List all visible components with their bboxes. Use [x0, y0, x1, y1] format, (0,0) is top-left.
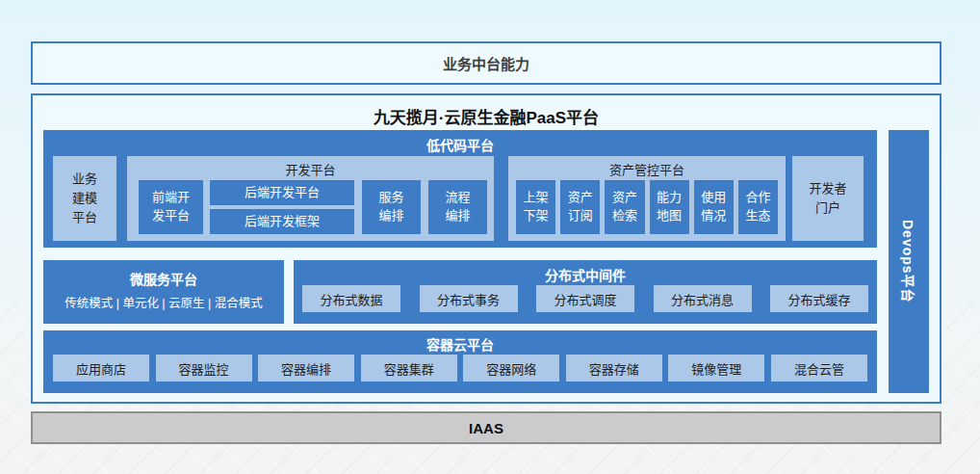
asset-item-subscription: 资产 订阅 [560, 180, 600, 234]
asset-items-row: 上架 下架 资产 订阅 资产 检索 能力 地图 [516, 180, 778, 234]
middleware-title: 分布式中间件 [294, 260, 877, 284]
asset-item-capability-map: 能力 地图 [650, 180, 689, 234]
container-item-appstore: 应用商店 [53, 355, 149, 382]
service-orch-line: 服务 [378, 189, 403, 207]
asset-item-line: 地图 [657, 207, 682, 225]
asset-item-search: 资产 检索 [605, 180, 644, 234]
developer-portal-line: 开发者 [809, 179, 846, 198]
middleware-item-cache: 分布式缓存 [770, 285, 868, 312]
microservice-title: 微服务平台 [43, 260, 284, 288]
dev-platform-title: 开发平台 [127, 156, 494, 178]
middleware-item-message: 分布式消息 [654, 285, 752, 312]
lowcode-title: 低代码平台 [43, 130, 877, 154]
dev-platform-group: 开发平台 前端开 发平台 后端开发平台 后端开发框架 服务 编排 流程 编排 [127, 156, 494, 241]
business-modeling-line: 平台 [72, 208, 97, 227]
asset-item-line: 上架 [524, 189, 549, 207]
container-cloud-title: 容器云平台 [43, 330, 877, 354]
container-items-row: 应用商店 容器监控 容器编排 容器集群 容器网络 容器存储 镜像管理 混合云管 [53, 355, 867, 382]
asset-item-line: 资产 [612, 189, 637, 207]
developer-portal-line: 门户 [815, 198, 840, 218]
microservice-platform-section: 微服务平台 传统模式 | 单元化 | 云原生 | 混合模式 [43, 260, 284, 324]
middleware-section: 分布式中间件 分布式数据 分布式事务 分布式调度 分布式消息 分布式缓存 [294, 260, 877, 324]
asset-item-line: 订阅 [568, 207, 593, 225]
business-modeling-block: 业务 建模 平台 [53, 156, 116, 241]
asset-item-line: 下架 [524, 207, 549, 225]
frontend-dev-block: 前端开 发平台 [139, 180, 203, 234]
asset-item-line: 检索 [612, 207, 637, 225]
asset-item-listing: 上架 下架 [516, 180, 555, 234]
asset-item-line: 生态 [745, 207, 770, 225]
backend-platform-block: 后端开发平台 [210, 180, 354, 205]
container-item-image-mgmt: 镜像管理 [668, 355, 764, 382]
frontend-line: 发平台 [152, 207, 190, 225]
process-orch-line: 流程 [445, 189, 470, 207]
asset-item-line: 情况 [701, 207, 726, 225]
asset-item-ecosystem: 合作 生态 [738, 180, 778, 234]
iaas-bar: IAAS [31, 411, 941, 444]
middleware-item-scheduling: 分布式调度 [536, 285, 634, 312]
asset-control-group: 资产管控平台 上架 下架 资产 订阅 资产 检索 能力 [508, 156, 786, 241]
asset-item-line: 能力 [657, 189, 682, 207]
service-orch-line: 编排 [378, 207, 403, 225]
asset-item-line: 合作 [745, 189, 770, 207]
middleware-items-row: 分布式数据 分布式事务 分布式调度 分布式消息 分布式缓存 [302, 285, 868, 312]
developer-portal-block: 开发者 门户 [792, 156, 864, 241]
middleware-item-data: 分布式数据 [302, 285, 400, 312]
devops-platform-bar: Devops平台 [889, 130, 929, 393]
container-item-cluster: 容器集群 [361, 355, 457, 382]
frontend-line: 前端开 [152, 189, 190, 207]
container-item-orchestration: 容器编排 [258, 355, 354, 382]
microservice-modes: 传统模式 | 单元化 | 云原生 | 混合模式 [43, 293, 284, 311]
business-modeling-line: 建模 [72, 189, 97, 208]
asset-item-usage: 使用 情况 [694, 180, 734, 234]
asset-control-title: 资产管控平台 [508, 156, 786, 178]
backend-framework-block: 后端开发框架 [210, 209, 354, 234]
container-item-storage: 容器存储 [566, 355, 662, 382]
process-orchestration-block: 流程 编排 [428, 180, 487, 234]
paas-platform-panel: 九天揽月·云原生金融PaaS平台 低代码平台 业务 建模 平台 开发平台 前端开… [31, 93, 941, 404]
banner-label: 业务中台能力 [443, 53, 529, 73]
business-middle-platform-banner: 业务中台能力 [31, 41, 941, 85]
asset-item-line: 资产 [568, 189, 593, 207]
service-orchestration-block: 服务 编排 [362, 180, 421, 234]
architecture-diagram: 业务中台能力 九天揽月·云原生金融PaaS平台 低代码平台 业务 建模 平台 开… [0, 0, 980, 474]
container-item-monitoring: 容器监控 [156, 355, 252, 382]
business-modeling-line: 业务 [72, 170, 97, 189]
iaas-label: IAAS [469, 420, 503, 436]
platform-title: 九天揽月·云原生金融PaaS平台 [33, 95, 940, 128]
process-orch-line: 编排 [445, 207, 470, 225]
devops-label: Devops平台 [899, 220, 918, 303]
asset-item-line: 使用 [701, 189, 726, 207]
container-item-hybrid-cloud: 混合云管 [771, 355, 867, 382]
middleware-item-transaction: 分布式事务 [420, 285, 518, 312]
lowcode-platform-section: 低代码平台 业务 建模 平台 开发平台 前端开 发平台 后端开发平台 后端开发框… [43, 130, 877, 248]
container-item-network: 容器网络 [463, 355, 559, 382]
container-cloud-section: 容器云平台 应用商店 容器监控 容器编排 容器集群 容器网络 容器存储 镜像管理… [43, 330, 877, 393]
